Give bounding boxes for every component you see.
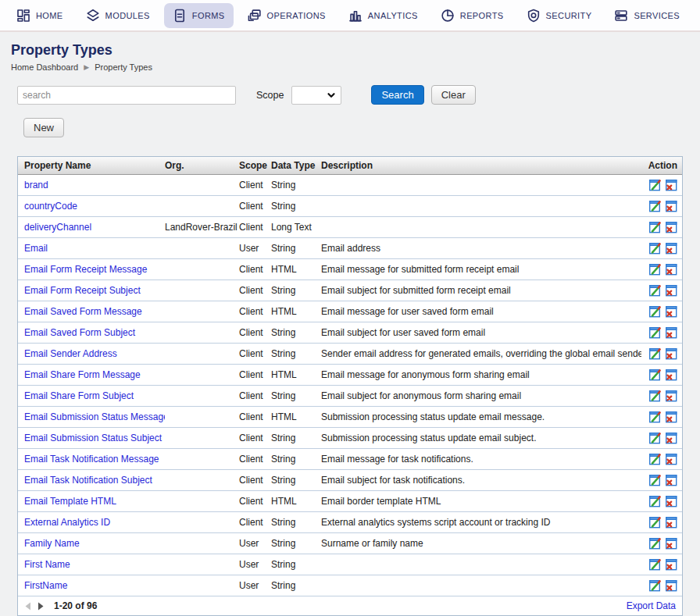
table-row: Email Form Receipt Message Client HTML E…: [18, 259, 682, 280]
delete-icon[interactable]: [665, 347, 677, 360]
edit-icon[interactable]: [649, 242, 662, 255]
property-name-link[interactable]: brand: [24, 180, 48, 190]
column-header-data-type[interactable]: Data Type: [271, 160, 321, 171]
property-name-link[interactable]: External Analytics ID: [24, 517, 110, 528]
delete-icon[interactable]: [665, 369, 677, 381]
delete-icon[interactable]: [665, 305, 677, 318]
property-name-link[interactable]: Email Submission Status Message: [24, 411, 165, 422]
clear-button[interactable]: Clear: [431, 85, 476, 105]
nav-item-home[interactable]: HOME: [8, 3, 72, 28]
breadcrumb-home[interactable]: Home Dashboard: [11, 62, 78, 72]
delete-icon[interactable]: [665, 558, 677, 571]
table-row: deliveryChannel LandRover-Brazil Client …: [18, 217, 682, 238]
property-name-link[interactable]: deliveryChannel: [24, 222, 91, 233]
nav-item-modules[interactable]: MODULES: [77, 3, 159, 28]
edit-icon[interactable]: [649, 347, 662, 360]
delete-icon[interactable]: [665, 579, 677, 592]
column-header-property-name[interactable]: Property Name: [18, 160, 165, 171]
property-name-link[interactable]: Email Form Receipt Message: [24, 264, 147, 275]
column-header-org[interactable]: Org.: [165, 160, 239, 171]
delete-icon[interactable]: [665, 390, 677, 402]
delete-icon[interactable]: [665, 537, 677, 550]
delete-icon[interactable]: [665, 495, 677, 507]
nav-item-reports[interactable]: REPORTS: [432, 3, 512, 28]
pager: [24, 602, 45, 611]
delete-icon[interactable]: [665, 432, 677, 444]
property-name-link[interactable]: FirstName: [24, 580, 67, 591]
property-name-link[interactable]: Email Form Receipt Subject: [24, 285, 141, 296]
data-type-cell: HTML: [271, 411, 321, 422]
analytics-icon: [348, 9, 362, 23]
description-cell: Email message for anonymous form sharing…: [321, 369, 641, 380]
property-name-link[interactable]: Email Saved Form Message: [24, 306, 142, 317]
table-row: First Name User String: [18, 554, 682, 575]
delete-icon[interactable]: [665, 200, 677, 212]
description-cell: Email subject for task notifications.: [321, 475, 641, 486]
property-name-link[interactable]: Email Submission Status Subject: [24, 433, 162, 443]
nav-item-forms[interactable]: FORMS: [164, 3, 234, 28]
property-name-link[interactable]: Email Share Form Message: [24, 369, 141, 380]
column-header-scope[interactable]: Scope: [239, 160, 271, 171]
delete-icon[interactable]: [665, 284, 677, 297]
edit-icon[interactable]: [649, 474, 662, 486]
new-button[interactable]: New: [23, 118, 64, 137]
edit-icon[interactable]: [649, 305, 662, 318]
edit-icon[interactable]: [649, 453, 662, 465]
edit-icon[interactable]: [649, 390, 662, 402]
property-name-link[interactable]: Email Share Form Subject: [24, 390, 134, 401]
edit-icon[interactable]: [649, 369, 662, 381]
nav-item-system[interactable]: SYSTEM: [694, 3, 700, 28]
edit-icon[interactable]: [649, 326, 662, 339]
property-types-table: Property Name Org. Scope Data Type Descr…: [17, 156, 683, 616]
delete-icon[interactable]: [665, 411, 677, 423]
table-row: Email User String Email address: [18, 238, 682, 259]
search-input[interactable]: [17, 86, 236, 105]
property-name-link[interactable]: Family Name: [24, 538, 80, 549]
delete-icon[interactable]: [665, 326, 677, 339]
search-button[interactable]: Search: [371, 85, 423, 105]
edit-icon[interactable]: [649, 537, 662, 550]
nav-item-services[interactable]: SERVICES: [605, 3, 688, 28]
property-name-link[interactable]: Email: [24, 243, 48, 254]
property-name-link[interactable]: Email Task Notification Message: [24, 454, 159, 465]
edit-icon[interactable]: [649, 558, 662, 571]
home-icon: [16, 9, 30, 23]
scope-select[interactable]: [291, 86, 341, 105]
nav-item-analytics[interactable]: ANALYTICS: [340, 3, 427, 28]
next-page-icon[interactable]: [38, 602, 45, 611]
property-name-link[interactable]: Email Template HTML: [24, 496, 116, 507]
delete-icon[interactable]: [665, 221, 677, 233]
delete-icon[interactable]: [665, 516, 677, 529]
scope-cell: Client: [239, 411, 271, 422]
property-name-link[interactable]: countryCode: [24, 201, 77, 212]
delete-icon[interactable]: [665, 242, 677, 255]
edit-icon[interactable]: [649, 495, 662, 507]
edit-icon[interactable]: [649, 221, 662, 233]
delete-icon[interactable]: [665, 263, 677, 276]
edit-icon[interactable]: [649, 179, 662, 191]
table-row: Email Sender Address Client String Sende…: [18, 344, 682, 365]
property-name-link[interactable]: First Name: [24, 559, 70, 570]
edit-icon[interactable]: [649, 411, 662, 423]
edit-icon[interactable]: [649, 284, 662, 297]
description-cell: Email address: [321, 243, 641, 254]
edit-icon[interactable]: [649, 579, 662, 592]
property-name-link[interactable]: Email Saved Form Subject: [24, 327, 135, 338]
export-data-link[interactable]: Export Data: [627, 600, 676, 611]
property-name-link[interactable]: Email Task Notification Subject: [24, 475, 152, 486]
column-header-description[interactable]: Description: [321, 160, 641, 171]
scope-cell: Client: [239, 517, 271, 528]
delete-icon[interactable]: [665, 474, 677, 486]
delete-icon[interactable]: [665, 453, 677, 465]
delete-icon[interactable]: [665, 179, 677, 191]
edit-icon[interactable]: [649, 263, 662, 276]
breadcrumb-current: Property Types: [95, 62, 152, 72]
scope-cell: User: [239, 559, 271, 570]
edit-icon[interactable]: [649, 200, 662, 212]
nav-item-security[interactable]: SECURITY: [518, 3, 601, 28]
edit-icon[interactable]: [649, 516, 662, 529]
previous-page-icon[interactable]: [24, 602, 31, 611]
edit-icon[interactable]: [649, 432, 662, 444]
nav-item-operations[interactable]: OPERATIONS: [239, 3, 334, 28]
property-name-link[interactable]: Email Sender Address: [24, 348, 117, 359]
